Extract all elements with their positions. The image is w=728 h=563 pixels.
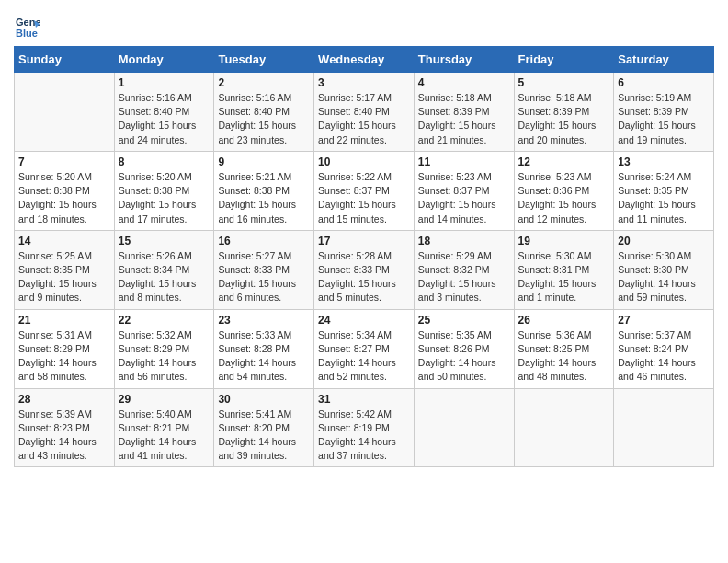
calendar-week-row: 14Sunrise: 5:25 AMSunset: 8:35 PMDayligh…: [15, 230, 714, 309]
day-info: Sunrise: 5:30 AMSunset: 8:31 PMDaylight:…: [518, 249, 610, 305]
day-info: Sunrise: 5:31 AMSunset: 8:29 PMDaylight:…: [18, 328, 110, 385]
day-info: Sunrise: 5:16 AMSunset: 8:40 PMDaylight:…: [119, 91, 210, 147]
calendar-cell: 9Sunrise: 5:21 AMSunset: 8:38 PMDaylight…: [214, 151, 314, 230]
day-info: Sunrise: 5:30 AMSunset: 8:30 PMDaylight:…: [618, 249, 710, 305]
day-number: 25: [418, 314, 510, 327]
calendar-cell: 5Sunrise: 5:18 AMSunset: 8:39 PMDaylight…: [514, 73, 614, 152]
calendar-cell: 23Sunrise: 5:33 AMSunset: 8:28 PMDayligh…: [214, 309, 314, 388]
calendar-table: SundayMondayTuesdayWednesdayThursdayFrid…: [14, 46, 714, 467]
day-info: Sunrise: 5:37 AMSunset: 8:24 PMDaylight:…: [618, 328, 710, 385]
calendar-week-row: 21Sunrise: 5:31 AMSunset: 8:29 PMDayligh…: [15, 309, 714, 388]
logo: General Blue: [14, 13, 43, 39]
day-info: Sunrise: 5:41 AMSunset: 8:20 PMDaylight:…: [218, 408, 310, 464]
day-info: Sunrise: 5:35 AMSunset: 8:26 PMDaylight:…: [418, 328, 510, 385]
calendar-cell: 22Sunrise: 5:32 AMSunset: 8:29 PMDayligh…: [114, 309, 214, 388]
day-number: 31: [318, 393, 410, 406]
calendar-cell: [614, 388, 714, 467]
day-info: Sunrise: 5:29 AMSunset: 8:32 PMDaylight:…: [418, 249, 510, 305]
calendar-cell: 19Sunrise: 5:30 AMSunset: 8:31 PMDayligh…: [514, 230, 614, 309]
day-info: Sunrise: 5:32 AMSunset: 8:29 PMDaylight:…: [119, 328, 210, 385]
day-number: 8: [119, 155, 210, 168]
day-number: 13: [618, 155, 710, 168]
calendar-cell: 1Sunrise: 5:16 AMSunset: 8:40 PMDaylight…: [114, 73, 214, 152]
calendar-header-row: SundayMondayTuesdayWednesdayThursdayFrid…: [15, 47, 714, 73]
calendar-cell: 24Sunrise: 5:34 AMSunset: 8:27 PMDayligh…: [314, 309, 415, 388]
day-info: Sunrise: 5:22 AMSunset: 8:37 PMDaylight:…: [318, 170, 410, 226]
day-header-tuesday: Tuesday: [214, 47, 314, 73]
calendar-cell: 30Sunrise: 5:41 AMSunset: 8:20 PMDayligh…: [214, 388, 314, 467]
day-info: Sunrise: 5:16 AMSunset: 8:40 PMDaylight:…: [218, 91, 310, 147]
day-info: Sunrise: 5:27 AMSunset: 8:33 PMDaylight:…: [218, 249, 310, 305]
day-number: 24: [318, 314, 410, 327]
day-number: 22: [119, 314, 210, 327]
calendar-cell: 14Sunrise: 5:25 AMSunset: 8:35 PMDayligh…: [15, 230, 115, 309]
day-info: Sunrise: 5:18 AMSunset: 8:39 PMDaylight:…: [418, 91, 510, 147]
day-number: 19: [518, 235, 610, 247]
day-number: 21: [18, 314, 110, 327]
day-info: Sunrise: 5:28 AMSunset: 8:33 PMDaylight:…: [318, 249, 410, 305]
day-info: Sunrise: 5:23 AMSunset: 8:36 PMDaylight:…: [518, 170, 610, 226]
day-number: 4: [418, 76, 510, 89]
calendar-cell: 28Sunrise: 5:39 AMSunset: 8:23 PMDayligh…: [15, 388, 115, 467]
day-number: 17: [318, 235, 410, 247]
calendar-cell: 7Sunrise: 5:20 AMSunset: 8:38 PMDaylight…: [15, 151, 115, 230]
calendar-week-row: 1Sunrise: 5:16 AMSunset: 8:40 PMDaylight…: [15, 73, 714, 152]
day-number: 20: [618, 235, 710, 247]
calendar-cell: 4Sunrise: 5:18 AMSunset: 8:39 PMDaylight…: [414, 73, 514, 152]
calendar-cell: 26Sunrise: 5:36 AMSunset: 8:25 PMDayligh…: [514, 309, 614, 388]
day-number: 28: [18, 393, 110, 406]
calendar-cell: 6Sunrise: 5:19 AMSunset: 8:39 PMDaylight…: [614, 73, 714, 152]
day-number: 6: [618, 76, 710, 89]
day-info: Sunrise: 5:20 AMSunset: 8:38 PMDaylight:…: [18, 170, 110, 226]
day-number: 16: [218, 235, 310, 247]
day-header-wednesday: Wednesday: [314, 47, 415, 73]
day-info: Sunrise: 5:26 AMSunset: 8:34 PMDaylight:…: [119, 249, 210, 305]
calendar-cell: 3Sunrise: 5:17 AMSunset: 8:40 PMDaylight…: [314, 73, 415, 152]
calendar-week-row: 28Sunrise: 5:39 AMSunset: 8:23 PMDayligh…: [15, 388, 714, 467]
day-number: 23: [218, 314, 310, 327]
day-header-friday: Friday: [514, 47, 614, 73]
calendar-cell: 17Sunrise: 5:28 AMSunset: 8:33 PMDayligh…: [314, 230, 415, 309]
day-number: 26: [518, 314, 610, 327]
page-header: General Blue: [14, 9, 714, 39]
calendar-cell: 11Sunrise: 5:23 AMSunset: 8:37 PMDayligh…: [414, 151, 514, 230]
day-info: Sunrise: 5:33 AMSunset: 8:28 PMDaylight:…: [218, 328, 310, 385]
day-number: 7: [18, 155, 110, 168]
calendar-cell: 10Sunrise: 5:22 AMSunset: 8:37 PMDayligh…: [314, 151, 415, 230]
day-info: Sunrise: 5:36 AMSunset: 8:25 PMDaylight:…: [518, 328, 610, 385]
day-info: Sunrise: 5:25 AMSunset: 8:35 PMDaylight:…: [18, 249, 110, 305]
day-number: 10: [318, 155, 410, 168]
day-number: 29: [119, 393, 210, 406]
calendar-cell: 20Sunrise: 5:30 AMSunset: 8:30 PMDayligh…: [614, 230, 714, 309]
day-number: 27: [618, 314, 710, 327]
day-number: 15: [119, 235, 210, 247]
day-info: Sunrise: 5:23 AMSunset: 8:37 PMDaylight:…: [418, 170, 510, 226]
calendar-cell: [514, 388, 614, 467]
calendar-cell: 12Sunrise: 5:23 AMSunset: 8:36 PMDayligh…: [514, 151, 614, 230]
calendar-cell: 13Sunrise: 5:24 AMSunset: 8:35 PMDayligh…: [614, 151, 714, 230]
day-number: 9: [218, 155, 310, 168]
calendar-week-row: 7Sunrise: 5:20 AMSunset: 8:38 PMDaylight…: [15, 151, 714, 230]
day-number: 1: [119, 76, 210, 89]
day-number: 5: [518, 76, 610, 89]
day-header-sunday: Sunday: [15, 47, 115, 73]
calendar-cell: 29Sunrise: 5:40 AMSunset: 8:21 PMDayligh…: [114, 388, 214, 467]
calendar-cell: 8Sunrise: 5:20 AMSunset: 8:38 PMDaylight…: [114, 151, 214, 230]
day-number: 11: [418, 155, 510, 168]
calendar-cell: 31Sunrise: 5:42 AMSunset: 8:19 PMDayligh…: [314, 388, 415, 467]
day-info: Sunrise: 5:42 AMSunset: 8:19 PMDaylight:…: [318, 408, 410, 464]
calendar-cell: 16Sunrise: 5:27 AMSunset: 8:33 PMDayligh…: [214, 230, 314, 309]
calendar-cell: 27Sunrise: 5:37 AMSunset: 8:24 PMDayligh…: [614, 309, 714, 388]
day-header-monday: Monday: [114, 47, 214, 73]
calendar-cell: 18Sunrise: 5:29 AMSunset: 8:32 PMDayligh…: [414, 230, 514, 309]
day-number: 18: [418, 235, 510, 247]
logo-icon: General Blue: [14, 13, 40, 39]
day-number: 2: [218, 76, 310, 89]
day-info: Sunrise: 5:20 AMSunset: 8:38 PMDaylight:…: [119, 170, 210, 226]
calendar-cell: 15Sunrise: 5:26 AMSunset: 8:34 PMDayligh…: [114, 230, 214, 309]
calendar-cell: 25Sunrise: 5:35 AMSunset: 8:26 PMDayligh…: [414, 309, 514, 388]
day-number: 30: [218, 393, 310, 406]
day-info: Sunrise: 5:24 AMSunset: 8:35 PMDaylight:…: [618, 170, 710, 226]
day-number: 12: [518, 155, 610, 168]
day-header-thursday: Thursday: [414, 47, 514, 73]
